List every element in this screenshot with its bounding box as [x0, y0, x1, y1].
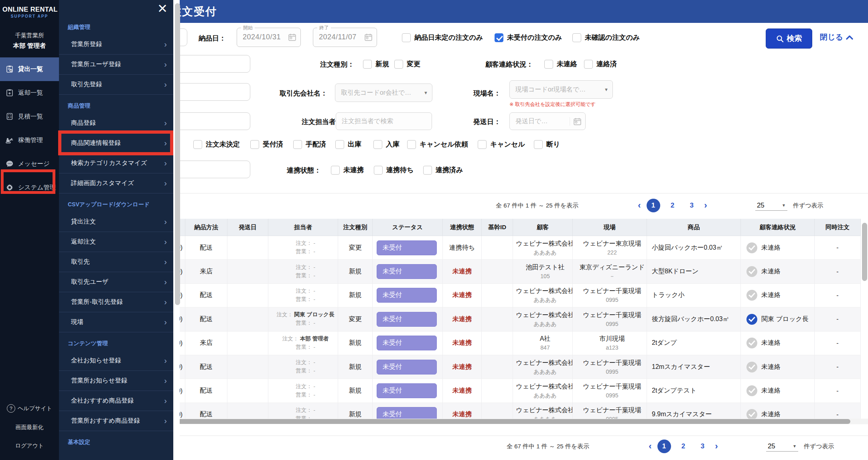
- contact-check-icon[interactable]: [746, 290, 757, 301]
- order-type-option-2-checkbox[interactable]: [394, 60, 403, 69]
- filter-checkbox-1-checkbox[interactable]: [402, 33, 411, 42]
- status-option-8[interactable]: 断り: [534, 140, 560, 149]
- sidebar-item-5[interactable]: メッセージ: [0, 152, 59, 176]
- contact-check-icon[interactable]: [746, 362, 757, 372]
- menu-item-詳細画面カスタマイズ[interactable]: 詳細画面カスタマイズ›: [59, 173, 173, 193]
- order-type-option-1-checkbox[interactable]: [363, 60, 372, 69]
- page-number-2[interactable]: 2: [666, 199, 679, 212]
- delivery-date-start-field[interactable]: 開始 2024/10/31: [237, 28, 301, 47]
- contact-check-icon[interactable]: [746, 314, 757, 325]
- page-number-1[interactable]: 1: [647, 199, 660, 212]
- close-filter-link[interactable]: 閉じる: [820, 32, 853, 43]
- menu-item-全社おすすめ商品登録[interactable]: 全社おすすめ商品登録›: [59, 391, 173, 411]
- sidebar-item-6[interactable]: システム管理: [0, 176, 59, 199]
- sidebar-item-2[interactable]: 返却一覧: [0, 81, 59, 105]
- sidebar-bottom-item-1[interactable]: ?ヘルプサイト: [0, 399, 59, 418]
- menu-item-営業所ユーザ登録[interactable]: 営業所ユーザ登録›: [59, 55, 173, 75]
- menu-item-営業所登録[interactable]: 営業所登録›: [59, 35, 173, 55]
- filter-checkbox-2-checkbox[interactable]: [495, 33, 503, 42]
- drawer-scrollbar-thumb[interactable]: [175, 3, 180, 305]
- menu-item-営業所お知らせ登録[interactable]: 営業所お知らせ登録›: [59, 371, 173, 391]
- menu-item-全社お知らせ登録[interactable]: 全社お知らせ登録›: [59, 351, 173, 371]
- customer-contact-option-1-checkbox[interactable]: [544, 60, 553, 69]
- status-option-6-checkbox[interactable]: [407, 140, 416, 149]
- filter-checkbox-3[interactable]: 未確認の注文のみ: [572, 33, 640, 42]
- sidebar-item-4[interactable]: 稼働管理: [0, 128, 59, 152]
- prev-page-arrow[interactable]: ‹: [638, 201, 641, 210]
- site-name-select[interactable]: 現場コードor現場名で… ▼: [509, 80, 613, 99]
- status-option-4[interactable]: 出庫: [335, 140, 361, 149]
- status-option-2[interactable]: 受付済: [250, 140, 283, 149]
- contact-check-icon[interactable]: [746, 409, 757, 419]
- sidebar-bottom-item-3[interactable]: ログアウト: [0, 437, 59, 455]
- status-option-1[interactable]: 注文未決定: [193, 140, 240, 149]
- table-row[interactable]: 00)配送注文： 関東 ブロック長営業： -変更未受付未連携ウェビナー株式会社あ…: [173, 307, 861, 331]
- table-row[interactable]: 00)配送注文： -営業： -新規未受付未連携ウェビナー株式会社ああああウェビナ…: [173, 355, 861, 379]
- status-option-4-checkbox[interactable]: [335, 140, 344, 149]
- delivery-date-end-field[interactable]: 終了 2024/11/07: [313, 28, 377, 47]
- sidebar-item-3[interactable]: ±=見積一覧: [0, 105, 59, 128]
- contact-check-icon[interactable]: [746, 338, 757, 348]
- page-number-3[interactable]: 3: [696, 440, 710, 453]
- order-rep-input[interactable]: 注文担当者で検索: [336, 112, 432, 130]
- prev-page-arrow[interactable]: ‹: [649, 442, 651, 451]
- customer-contact-option-1[interactable]: 未連絡: [544, 59, 577, 69]
- menu-item-取引先ユーザ[interactable]: 取引先ユーザ›: [59, 272, 173, 292]
- per-page-select[interactable]: 25▼: [766, 442, 798, 452]
- status-option-7[interactable]: キャンセル: [478, 140, 525, 149]
- filter-checkbox-3-checkbox[interactable]: [572, 33, 581, 42]
- table-row[interactable]: 00)配送注文： -営業： -新規未受付未連携ウェビナー株式会社ああああウェビナ…: [173, 403, 861, 419]
- calendar-icon[interactable]: [364, 33, 373, 41]
- calendar-icon[interactable]: [288, 33, 296, 41]
- status-option-3[interactable]: 手配済: [293, 140, 326, 149]
- menu-item-検索カテゴリカスタマイズ[interactable]: 検索カテゴリカスタマイズ›: [59, 153, 173, 173]
- page-number-2[interactable]: 2: [677, 440, 690, 453]
- close-icon[interactable]: ✕: [157, 2, 168, 15]
- horizontal-scrollbar-thumb[interactable]: [178, 419, 850, 424]
- table-row[interactable]: 00)来店注文： 本部 管理者営業： -新規未受付未連携A社847市川現場a12…: [173, 332, 861, 355]
- contact-check-icon[interactable]: [746, 385, 757, 396]
- status-option-5-checkbox[interactable]: [373, 140, 382, 149]
- page-number-3[interactable]: 3: [685, 199, 699, 212]
- ship-date-input[interactable]: 発送日で…: [509, 112, 586, 130]
- sidebar-bottom-item-2[interactable]: 画面最新化: [0, 418, 59, 437]
- status-option-7-checkbox[interactable]: [478, 140, 487, 149]
- contact-check-icon[interactable]: [746, 242, 757, 253]
- filter-checkbox-2[interactable]: 未受付の注文のみ: [495, 33, 562, 42]
- table-row[interactable]: 00)配送注文： -営業： -新規未受付未連携ウェビナー株式会社ああああウェビナ…: [173, 379, 861, 403]
- menu-item-貸出注文[interactable]: 貸出注文›: [59, 212, 173, 232]
- next-page-arrow[interactable]: ›: [704, 201, 707, 210]
- per-page-select[interactable]: 25▼: [755, 201, 787, 211]
- search-button[interactable]: 検索: [766, 28, 812, 49]
- link-state-option-1-checkbox[interactable]: [331, 166, 340, 175]
- order-type-option-1[interactable]: 新規: [363, 59, 389, 69]
- status-option-2-checkbox[interactable]: [250, 140, 259, 149]
- link-state-option-2-checkbox[interactable]: [374, 166, 383, 175]
- menu-item-現場[interactable]: 現場›: [59, 312, 173, 332]
- status-option-6[interactable]: キャンセル依頼: [407, 140, 468, 149]
- menu-item-返却注文[interactable]: 返却注文›: [59, 232, 173, 252]
- calendar-icon[interactable]: [570, 117, 582, 126]
- menu-item-取引先登録[interactable]: 取引先登録›: [59, 75, 173, 95]
- menu-item-営業所-取引先登録[interactable]: 営業所-取引先登録›: [59, 292, 173, 312]
- status-option-8-checkbox[interactable]: [534, 140, 543, 149]
- page-number-1[interactable]: 1: [657, 440, 671, 453]
- customer-contact-option-2-checkbox[interactable]: [584, 60, 593, 69]
- client-company-select[interactable]: 取引先コードor会社で… ▼: [335, 83, 432, 102]
- menu-item-商品登録[interactable]: 商品登録›: [59, 113, 173, 133]
- next-page-arrow[interactable]: ›: [715, 442, 718, 451]
- link-state-option-3[interactable]: 連携済み: [423, 165, 463, 175]
- menu-item-取引先[interactable]: 取引先›: [59, 252, 173, 272]
- customer-contact-option-2[interactable]: 連絡済: [584, 59, 617, 69]
- contact-check-icon[interactable]: [746, 266, 757, 277]
- table-row[interactable]: 00)配送注文： -営業： -新規未受付未連携ウェビナー株式会社ああああウェビナ…: [173, 284, 861, 307]
- menu-item-商品関連情報登録[interactable]: 商品関連情報登録›: [59, 133, 173, 153]
- link-state-option-3-checkbox[interactable]: [423, 166, 432, 175]
- status-option-1-checkbox[interactable]: [193, 140, 202, 149]
- table-vertical-scrollbar-thumb[interactable]: [862, 223, 867, 281]
- table-row[interactable]: 00)配送注文： -営業： -変更未受付連携待ちウェビナー株式会社ああああウェビ…: [173, 236, 861, 260]
- sidebar-item-1[interactable]: 貸出一覧: [0, 57, 59, 81]
- link-state-option-2[interactable]: 連携待ち: [374, 165, 414, 175]
- link-state-option-1[interactable]: 未連携: [331, 165, 364, 175]
- order-type-option-2[interactable]: 変更: [394, 59, 420, 69]
